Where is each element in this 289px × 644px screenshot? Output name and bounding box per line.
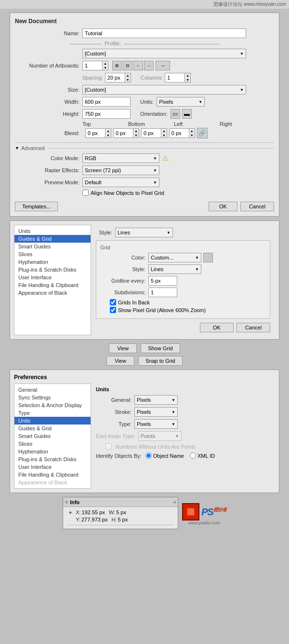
artboard-right-icon[interactable]: → <box>144 61 154 70</box>
show-pixel-grid-label: Show Pixel Grid (Above 600% Zoom) <box>118 307 206 313</box>
units-sidebar-units[interactable]: Units <box>14 417 91 425</box>
units-sidebar-guides[interactable]: Guides & Grid <box>14 425 91 432</box>
align-checkbox-row: Align New Objects to Pixel Grid <box>82 190 274 196</box>
units-dropdown[interactable]: Pixels ▼ <box>157 97 205 107</box>
cancel-button[interactable]: Cancel <box>240 202 274 211</box>
sidebar-item-guides-grid[interactable]: Guides & Grid <box>14 235 91 243</box>
sidebar-item-file-handling[interactable]: File Handling & Clipboard <box>14 281 91 289</box>
profile-dropdown[interactable]: [Custom] ▼ <box>82 49 246 58</box>
show-grid-button[interactable]: Show Grid <box>141 343 180 353</box>
grid-color-swatch[interactable] <box>203 253 213 262</box>
prefs-grid-cancel-button[interactable]: Cancel <box>236 323 270 332</box>
artboards-label: Number of Artboards: <box>15 63 82 69</box>
grid-style-dropdown[interactable]: Lines ▼ <box>148 264 201 274</box>
spacing-down[interactable]: ▼ <box>125 78 131 82</box>
units-sidebar-smart[interactable]: Smart Guides <box>14 432 91 440</box>
grid-color-dropdown[interactable]: Custom... ▼ <box>148 253 201 262</box>
color-mode-dropdown[interactable]: RGB ▼ <box>82 153 159 163</box>
view-snap-grid-row: View Snap to Grid <box>0 356 289 366</box>
prefs-grid-ok-button[interactable]: OK <box>200 323 234 332</box>
bleed-left-header: Left <box>174 121 220 127</box>
view-button-1[interactable]: View <box>109 343 137 353</box>
name-label: Name: <box>15 30 82 36</box>
bleed-top-header: Top <box>82 121 128 127</box>
info-panel: ◇ Info ≡ X: 192.55 px W: <box>63 497 178 529</box>
width-input[interactable] <box>82 97 131 107</box>
bleed-left-spinbox[interactable]: 0 px ▲ ▼ <box>141 128 167 138</box>
columns-spinbox[interactable]: 1 ▲ ▼ <box>165 73 191 82</box>
units-sidebar-general[interactable]: General <box>14 386 91 394</box>
artboards-up[interactable]: ▲ <box>103 61 108 66</box>
units-sidebar-type[interactable]: Type <box>14 409 91 417</box>
units-sidebar-file[interactable]: File Handling & Clipboard <box>14 471 91 479</box>
columns-up[interactable]: ▲ <box>185 73 190 78</box>
snap-to-grid-button[interactable]: Snap to Grid <box>138 356 183 366</box>
y-label: Y: <box>76 517 80 522</box>
spacing-spinbox[interactable]: 20 px ▲ ▼ <box>105 73 131 82</box>
subdivisions-input[interactable] <box>148 288 177 297</box>
units-label: Units: <box>140 99 154 105</box>
artboard-grid-icon[interactable]: ⊞ <box>112 61 122 70</box>
height-label: Height: <box>15 111 82 117</box>
templates-button[interactable]: Templates... <box>15 202 58 211</box>
artboards-spinbox[interactable]: 1 ▲ ▼ <box>82 61 108 70</box>
guides-style-dropdown[interactable]: Lines ▼ <box>115 228 173 237</box>
sidebar-item-plugins[interactable]: Plug-ins & Scratch Disks <box>14 266 91 274</box>
preview-mode-dropdown[interactable]: Default ▼ <box>82 178 159 187</box>
gridline-input[interactable] <box>148 276 177 286</box>
bleed-bottom-spinbox[interactable]: 0 px ▲ ▼ <box>113 128 139 138</box>
units-sidebar-plugins[interactable]: Plug-ins & Scratch Disks <box>14 455 91 463</box>
subdivisions-row: Subdivisions: <box>100 288 266 297</box>
sidebar-item-slices[interactable]: Slices <box>14 250 91 258</box>
info-close-icon[interactable]: ≡ <box>173 500 176 505</box>
sidebar-item-smart-guides[interactable]: Smart Guides <box>14 243 91 250</box>
units-east-asian-label: East Asian Type: <box>96 433 138 439</box>
units-sidebar-sync[interactable]: Sync Settings <box>14 394 91 401</box>
artboard-arrange-btn[interactable]: → <box>156 61 170 70</box>
artboard-grid2-icon[interactable]: ⊟ <box>123 61 132 70</box>
x-label: X: <box>76 509 80 515</box>
sidebar-item-ui[interactable]: User Interface <box>14 274 91 281</box>
units-sidebar-selection[interactable]: Selection & Anchor Display <box>14 401 91 409</box>
w-label: W: <box>109 509 115 515</box>
units-sidebar-slices[interactable]: Slices <box>14 440 91 448</box>
bleed-top-spinbox[interactable]: 0 px ▲ ▼ <box>85 128 111 138</box>
view-button-2[interactable]: View <box>106 356 134 366</box>
units-sidebar-ui[interactable]: User Interface <box>14 463 91 471</box>
show-pixel-grid-row: Show Pixel Grid (Above 600% Zoom) <box>110 307 266 313</box>
orientation-portrait-btn[interactable]: ▭ <box>171 109 180 119</box>
grid-color-row: Color: Custom... ▼ <box>100 253 266 262</box>
bleed-link-btn[interactable]: 🔗 <box>197 128 208 138</box>
bleed-right-spinbox[interactable]: 0 px ▲ ▼ <box>169 128 195 138</box>
artboard-left-icon[interactable]: ← <box>133 61 143 70</box>
units-sidebar-hyphenation[interactable]: Hyphenation <box>14 448 91 455</box>
columns-down[interactable]: ▼ <box>185 78 190 82</box>
align-checkbox[interactable] <box>82 190 89 196</box>
object-name-radio[interactable] <box>145 452 152 459</box>
units-stroke-dropdown[interactable]: Pixels ▼ <box>134 407 178 417</box>
advanced-collapse-icon[interactable]: ▼ <box>15 146 19 151</box>
grid-section-label: Grid <box>100 245 266 250</box>
ok-button[interactable]: OK <box>209 202 237 211</box>
ps-logo-icon <box>182 503 199 521</box>
units-type-dropdown[interactable]: Pixels ▼ <box>134 419 178 429</box>
sidebar-item-hyphenation[interactable]: Hyphenation <box>14 258 91 266</box>
spacing-row: Spacing: 20 px ▲ ▼ Columns: 1 ▲ ▼ <box>82 73 274 82</box>
name-input[interactable] <box>82 28 246 38</box>
bleed-header: Top Bottom Left Right <box>82 121 274 127</box>
raster-effects-dropdown[interactable]: Screen (72 ppi) ▼ <box>82 165 159 175</box>
sidebar-item-units[interactable]: Units <box>14 227 91 235</box>
size-dropdown[interactable]: [Custom] ▼ <box>82 85 246 95</box>
height-input[interactable] <box>82 109 131 119</box>
prefs-units-title: Preferences <box>14 374 275 381</box>
units-general-dropdown[interactable]: Pixels ▼ <box>134 395 178 405</box>
orientation-landscape-btn[interactable]: ▬ <box>182 109 192 119</box>
show-pixel-grid-checkbox[interactable] <box>110 307 116 313</box>
grids-in-back-checkbox[interactable] <box>110 299 116 305</box>
prefs-units-content: Units General: Pixels ▼ Stroke: Pixels ▼… <box>91 384 275 489</box>
sidebar-item-appearance[interactable]: Appearance of Black <box>14 289 91 297</box>
info-collapse-icon[interactable]: ◇ <box>65 500 68 504</box>
xml-id-radio[interactable] <box>190 452 196 459</box>
artboards-down[interactable]: ▼ <box>103 66 108 70</box>
spacing-up[interactable]: ▲ <box>125 73 131 78</box>
